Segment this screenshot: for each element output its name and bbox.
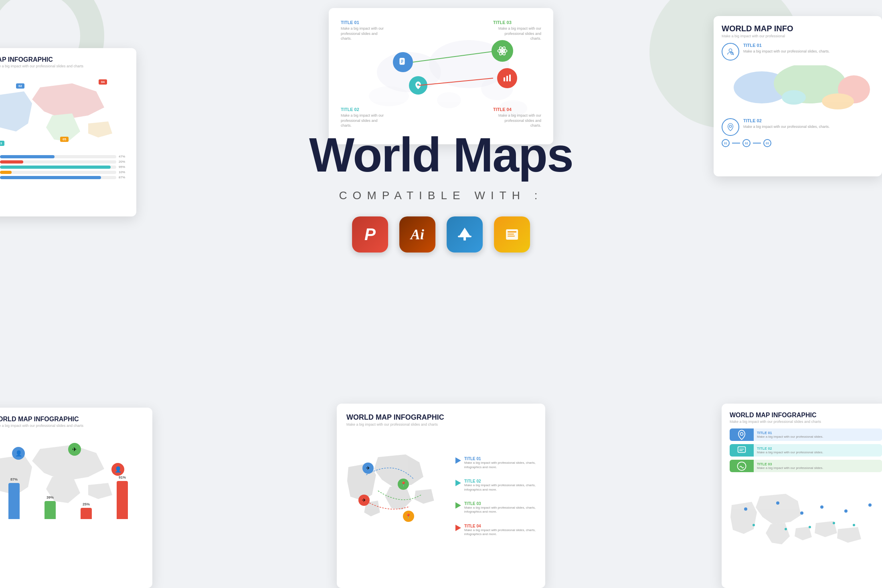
hero-section: World Maps COMPATIBLE WITH : P Ai <box>309 128 573 253</box>
tile-text-3: TITLE 03 Make a big impact with our prof… <box>754 460 882 472</box>
progress-row-01: 01 87% <box>0 176 128 179</box>
tr-title01-row: TITLE 01 Make a big impact with our prof… <box>722 43 874 61</box>
title03-text: Make a big impact with our professional … <box>493 26 541 41</box>
bc-pin-2: 📍 <box>398 479 409 490</box>
card-left: MAP INFOGRAPHIC Make a big impact with o… <box>0 48 136 216</box>
title04-text: Make a big impact with our professional … <box>493 113 541 128</box>
svg-point-51 <box>853 524 855 526</box>
arrow-red <box>455 525 461 531</box>
svg-rect-22 <box>504 77 505 81</box>
step-dot-3: 03 <box>763 139 771 147</box>
svg-point-34 <box>822 93 854 109</box>
progress-row-02: 02 47% <box>0 155 128 158</box>
tile-icon-2 <box>730 444 754 457</box>
tr-title02-label: TITLE 02 <box>743 118 830 123</box>
bc-content: ✈ 📍 ✈ 📍 TITLE 01 Make a big impact with … <box>346 430 536 567</box>
br-dots <box>730 477 882 549</box>
tr-title02-text: TITLE 02 Make a big impact with our prof… <box>743 118 830 136</box>
progress-bars: 02 47% 04 20% 03 95% 05 10% 01 87% <box>0 155 128 179</box>
tile-row-1: TITLE 01 Make a big impact with our prof… <box>730 428 882 441</box>
tile-icon-1 <box>730 428 754 441</box>
svg-point-46 <box>868 503 872 507</box>
svg-point-47 <box>753 524 755 526</box>
svg-point-49 <box>809 526 811 528</box>
svg-point-50 <box>833 522 835 524</box>
title03-label: TITLE 03 <box>493 20 541 25</box>
svg-rect-6 <box>508 236 515 236</box>
card-top-center: TITLE 01 Make a big impact with our prof… <box>329 8 553 144</box>
title03-section: TITLE 03 Make a big impact with our prof… <box>493 20 541 41</box>
card-left-subheading: Make a big impact with our professional … <box>0 64 128 68</box>
bar-2: 39% <box>45 495 56 519</box>
svg-point-33 <box>782 90 806 105</box>
bc-list-item-3: TITLE 03 Make a big impact with professi… <box>455 501 536 514</box>
map-point-2 <box>409 76 427 95</box>
svg-point-10 <box>369 86 409 106</box>
title02-section: TITLE 02 Make a big impact with our prof… <box>341 107 389 128</box>
svg-rect-24 <box>509 75 511 81</box>
compatible-label: COMPATIBLE WITH : <box>309 189 573 202</box>
svg-point-42 <box>776 501 779 505</box>
bc-item-3-text: TITLE 03 Make a big impact with professi… <box>464 501 536 514</box>
tile-text-2: TITLE 02 Make a big impact with our prof… <box>754 444 882 457</box>
title01-text: Make a big impact with our professional … <box>341 26 389 41</box>
bc-item-1-text: TITLE 01 Make a big impact with professi… <box>464 457 536 469</box>
bar-3: 25% <box>81 502 92 519</box>
tr-title01-text: TITLE 01 Make a big impact with our prof… <box>743 43 830 61</box>
tile-icon-3 <box>730 460 754 472</box>
svg-point-45 <box>844 509 848 513</box>
tr-title02-desc: Make a big impact with our professional … <box>743 124 830 129</box>
card-br-subheading: Make a big impact with our professional … <box>730 420 882 424</box>
svg-marker-1 <box>459 228 470 236</box>
step-line-1 <box>732 143 740 143</box>
card-bl-subheading: Make a big impact with our professional … <box>0 424 144 428</box>
bc-list: TITLE 01 Make a big impact with professi… <box>455 430 536 567</box>
svg-point-18 <box>501 50 504 53</box>
card-bc-subheading: Make a big impact with our professional … <box>346 422 536 426</box>
card-bottom-center: WORLD MAP INFOGRAPHIC Make a big impact … <box>337 404 545 588</box>
svg-point-35 <box>729 125 732 127</box>
arrow-blue <box>455 457 461 464</box>
step-dot-2: 02 <box>742 139 751 147</box>
arrow-teal <box>455 480 461 486</box>
keynote-icon[interactable] <box>447 216 483 253</box>
tile-row-2: TITLE 02 Make a big impact with our prof… <box>730 444 882 457</box>
card-bottom-left: WORLD MAP INFOGRAPHIC Make a big impact … <box>0 408 152 588</box>
title01-section: TITLE 01 Make a big impact with our prof… <box>341 20 389 41</box>
bc-list-item-2: TITLE 02 Make a big impact with professi… <box>455 479 536 492</box>
svg-rect-4 <box>508 231 516 232</box>
illustrator-icon[interactable]: Ai <box>399 216 435 253</box>
label-03: 03 95% <box>0 141 2 143</box>
label-02: 02 47% <box>16 83 22 86</box>
svg-rect-2 <box>463 237 466 240</box>
bar-1: 87% <box>8 477 20 519</box>
map-point-1 <box>393 52 413 72</box>
bc-pin-4: 📍 <box>403 511 414 522</box>
label-04: 04 20% <box>99 79 104 82</box>
tr-map <box>722 65 874 113</box>
card-left-map: 02 47% 04 20% 03 95% 05 10% <box>0 71 128 152</box>
pin-2: ✈ <box>68 443 81 456</box>
title02-text: Make a big impact with our professional … <box>341 113 389 128</box>
google-slides-icon[interactable] <box>494 216 530 253</box>
progress-row-03: 03 95% <box>0 165 128 169</box>
card-bc-heading: WORLD MAP INFOGRAPHIC <box>346 413 536 422</box>
svg-point-27 <box>729 49 732 52</box>
bc-pin-1: ✈ <box>362 463 374 474</box>
powerpoint-icon[interactable]: P <box>352 216 388 253</box>
bc-item-2-text: TITLE 02 Make a big impact with professi… <box>464 479 536 492</box>
progress-row-05: 05 10% <box>0 170 128 174</box>
card-top-right-subheading: Make a big impact with our professional <box>722 34 874 38</box>
card-bl-heading: WORLD MAP INFOGRAPHIC <box>0 416 144 423</box>
svg-point-43 <box>800 511 803 515</box>
bc-item-4-text: TITLE 04 Make a big impact with professi… <box>464 524 536 537</box>
svg-point-41 <box>744 507 747 511</box>
card-top-right: WORLD MAP INFO Make a big impact with ou… <box>714 16 882 176</box>
tr-title01-desc: Make a big impact with our professional … <box>743 49 830 54</box>
main-title: World Maps <box>309 128 573 181</box>
svg-point-40 <box>738 462 746 470</box>
svg-rect-37 <box>738 447 746 452</box>
svg-point-11 <box>437 92 461 108</box>
step-dot-1: 01 <box>722 139 730 147</box>
card-bl-map: 👤 ✈ 👤 87% 39% 25% <box>0 431 144 519</box>
